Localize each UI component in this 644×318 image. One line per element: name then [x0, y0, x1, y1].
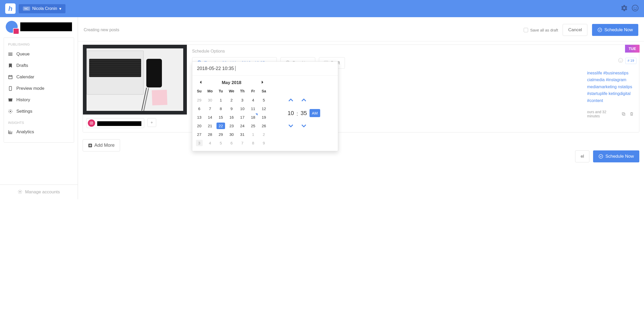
sidebar: PUBLISHING Queue Drafts Calendar Preview…	[0, 17, 78, 199]
minute-up-button[interactable]	[301, 98, 306, 103]
calendar-day[interactable]: 6	[226, 139, 237, 147]
nav-label: Analytics	[16, 129, 34, 135]
calendar-day[interactable]: 7	[205, 104, 215, 113]
nav-analytics[interactable]: Analytics	[4, 126, 74, 138]
calendar-day[interactable]: 16	[226, 113, 237, 122]
chart-icon	[8, 130, 13, 134]
calendar-day[interactable]: 1	[248, 130, 258, 139]
calendar-day[interactable]: 10	[237, 104, 248, 113]
calendar-day[interactable]: 23	[226, 122, 237, 130]
instagram-icon	[88, 119, 95, 127]
nav-preview[interactable]: Preview mode	[4, 83, 74, 94]
hour-value[interactable]: 10	[287, 110, 294, 117]
main: Creating new posts Save all as draft Can…	[78, 17, 644, 199]
nav-queue[interactable]: Queue	[4, 48, 74, 60]
calendar-day[interactable]: 22	[215, 122, 226, 130]
calendar-day[interactable]: 26	[259, 122, 269, 130]
schedule-now-button-footer[interactable]: Schedule Now	[593, 150, 639, 162]
calendar-day[interactable]: 1	[215, 96, 226, 104]
minute-down-button[interactable]	[301, 124, 306, 129]
copy-icon[interactable]	[621, 112, 626, 116]
nav-settings[interactable]: Settings	[4, 106, 74, 117]
calendar-day[interactable]: 6	[194, 104, 205, 113]
calendar-day[interactable]: 29	[194, 96, 205, 104]
nav-label: Queue	[16, 52, 30, 57]
post-image[interactable]	[83, 45, 187, 115]
publishing-heading: PUBLISHING	[4, 42, 74, 48]
calendar-day[interactable]: 2	[226, 96, 237, 104]
calendar-day[interactable]: 4	[205, 139, 215, 147]
calendar-day[interactable]: 24	[237, 122, 248, 130]
schedule-options-title: Schedule Options	[192, 49, 634, 54]
add-account-button[interactable]: +	[147, 118, 156, 127]
calendar-day[interactable]: 9	[259, 139, 269, 147]
nav-history[interactable]: History	[4, 94, 74, 106]
dow-label: We	[226, 87, 237, 96]
calendar-day[interactable]: 27	[194, 130, 205, 139]
calendar-day[interactable]: 8	[248, 139, 258, 147]
calendar-day[interactable]: 9	[226, 104, 237, 113]
minute-value[interactable]: 35	[301, 110, 307, 117]
chevron-down-icon	[288, 124, 293, 128]
profile-strip[interactable]	[0, 17, 78, 36]
account-chip[interactable]	[87, 118, 144, 128]
datetime-input[interactable]: 2018-05-22 10:35	[192, 62, 338, 76]
calendar-day[interactable]: 5	[259, 96, 269, 104]
calendar-day[interactable]: 18	[248, 113, 258, 122]
cancel-button[interactable]: Cancel	[563, 24, 587, 36]
hour-up-button[interactable]	[288, 98, 293, 103]
nav-calendar[interactable]: Calendar	[4, 71, 74, 83]
prev-month-button[interactable]	[197, 80, 204, 85]
calendar-day[interactable]: 30	[226, 130, 237, 139]
smiley-icon[interactable]	[632, 4, 639, 13]
calendar-day[interactable]: 31	[237, 130, 248, 139]
cancel-button-footer[interactable]: el	[575, 150, 589, 162]
calendar-day[interactable]: 17	[237, 113, 248, 122]
calendar-day[interactable]: 5	[215, 139, 226, 147]
ampm-toggle[interactable]: AM	[310, 109, 320, 117]
add-more-button[interactable]: Add More	[83, 139, 120, 151]
calendar-day[interactable]: 25	[248, 122, 258, 130]
calendar-day[interactable]: 3	[194, 139, 205, 147]
calendar-day[interactable]: 14	[205, 113, 215, 122]
calendar-day[interactable]: 13	[194, 113, 205, 122]
calendar-day[interactable]: 20	[194, 122, 205, 130]
month-label[interactable]: May 2018	[222, 80, 241, 85]
post-caption[interactable]: # 19 inesslife #businesstips cialmedia #…	[584, 60, 636, 121]
calendar-day[interactable]: 7	[237, 139, 248, 147]
manage-accounts[interactable]: Manage accounts	[0, 185, 78, 199]
svg-point-5	[19, 191, 21, 193]
hour-down-button[interactable]	[288, 124, 293, 129]
user-switcher[interactable]: NC Nicola Cronin ▾	[19, 4, 65, 13]
calendar-day[interactable]: 19	[259, 113, 269, 122]
next-month-button[interactable]	[259, 80, 266, 85]
user-initials: NC	[23, 7, 30, 11]
chevron-down-icon	[301, 124, 306, 128]
save-all-draft[interactable]: Save all as draft	[524, 28, 558, 32]
profile-name-redacted	[20, 22, 72, 31]
calendar-day[interactable]: 29	[215, 130, 226, 139]
settings-gear-icon[interactable]	[621, 4, 628, 13]
calendar-day[interactable]: 11	[248, 104, 258, 113]
logo[interactable]: h	[5, 3, 16, 14]
svg-point-0	[632, 5, 638, 11]
calendar-day[interactable]: 30	[205, 96, 215, 104]
svg-point-12	[621, 60, 622, 60]
calendar-day[interactable]: 28	[205, 130, 215, 139]
trash-icon[interactable]	[629, 112, 634, 116]
dow-label: Sa	[259, 87, 269, 96]
checkbox-icon[interactable]	[524, 28, 528, 32]
calendar-day[interactable]: 2	[259, 130, 269, 139]
nav-label: History	[16, 97, 30, 103]
account-name-redacted	[97, 121, 141, 126]
calendar-day[interactable]: 21	[205, 122, 215, 130]
emoji-picker-icon[interactable]	[618, 58, 623, 64]
calendar-day[interactable]: 12	[259, 104, 269, 113]
calendar-day[interactable]: 8	[215, 104, 226, 113]
calendar-day[interactable]: 3	[237, 96, 248, 104]
calendar-day[interactable]: 15	[215, 113, 226, 122]
schedule-now-button[interactable]: Schedule Now	[592, 24, 638, 36]
calendar-day[interactable]: 4	[248, 96, 258, 104]
nav-drafts[interactable]: Drafts	[4, 60, 74, 71]
plus-icon: +	[150, 120, 153, 125]
